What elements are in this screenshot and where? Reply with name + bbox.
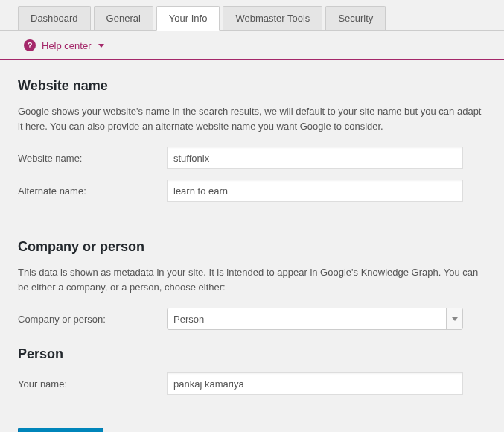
section-title-website-name: Website name: [18, 78, 486, 94]
tab-your-info[interactable]: Your Info: [156, 6, 220, 31]
label-website-name: Website name:: [18, 153, 167, 164]
label-your-name: Your name:: [18, 378, 167, 390]
section-title-person: Person: [18, 346, 486, 362]
row-website-name: Website name:: [18, 147, 486, 169]
tab-label: Webmaster Tools: [235, 13, 310, 24]
help-center-label: Help center: [42, 40, 91, 51]
tab-webmaster-tools[interactable]: Webmaster Tools: [223, 6, 322, 30]
input-website-name[interactable]: [167, 147, 463, 169]
input-alternate-name[interactable]: [167, 180, 463, 202]
section-title-company-person: Company or person: [18, 239, 486, 255]
select-company-person-wrap: Person: [167, 308, 463, 330]
tab-label: General: [106, 13, 141, 24]
row-company-person: Company or person: Person: [18, 308, 486, 330]
question-icon: ?: [24, 39, 36, 51]
tab-label: Your Info: [169, 13, 208, 24]
tab-general[interactable]: General: [94, 6, 153, 30]
select-company-person[interactable]: Person: [167, 308, 463, 330]
tab-label: Dashboard: [31, 13, 78, 24]
label-alternate-name: Alternate name:: [18, 185, 167, 197]
save-changes-button[interactable]: Save Changes: [18, 428, 103, 432]
tab-dashboard[interactable]: Dashboard: [18, 6, 91, 30]
row-your-name: Your name:: [18, 372, 486, 395]
tab-security[interactable]: Security: [325, 6, 386, 30]
tab-label: Security: [338, 13, 373, 24]
content-area: Website name Google shows your website's…: [0, 60, 504, 432]
caret-down-icon: [98, 44, 104, 48]
tabs-bar: Dashboard General Your Info Webmaster To…: [0, 0, 504, 31]
input-your-name[interactable]: [167, 372, 463, 395]
section-desc-company-person: This data is shown as metadata in your s…: [18, 265, 486, 294]
row-alternate-name: Alternate name:: [18, 180, 486, 202]
label-company-person: Company or person:: [18, 314, 167, 325]
help-center-toggle[interactable]: ? Help center: [0, 31, 504, 60]
section-desc-website-name: Google shows your website's name in the …: [18, 104, 486, 133]
